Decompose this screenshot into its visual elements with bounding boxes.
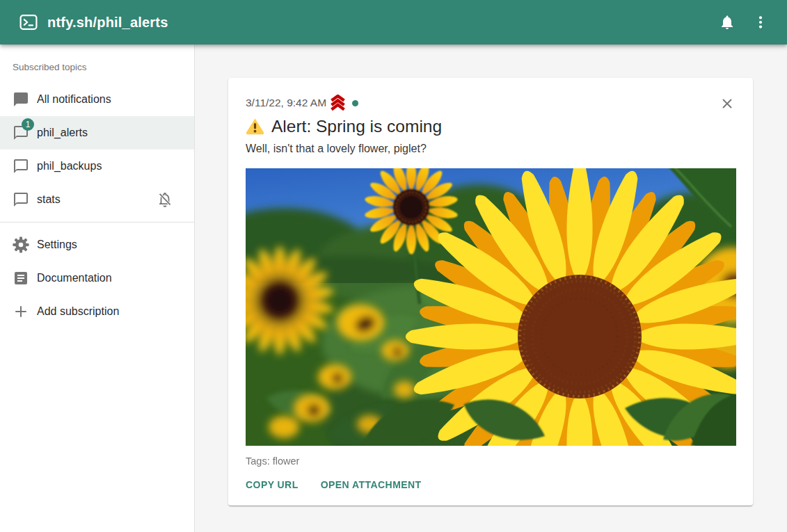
sidebar-item-add-subscription[interactable]: Add subscription [0, 295, 194, 328]
sidebar-item-label: Settings [37, 239, 77, 251]
chat-bubble-filled-icon [13, 91, 29, 108]
sidebar-item-label: Documentation [37, 272, 112, 284]
sidebar-item-stats[interactable]: stats [0, 183, 194, 216]
notification-title: Alert: Spring is coming [271, 115, 442, 138]
chat-bubble-outline-icon [13, 191, 29, 208]
subscribed-topics-label: Subscribed topics [0, 45, 194, 83]
notifications-bell-button[interactable] [710, 6, 744, 39]
article-icon [13, 270, 29, 287]
main-content: 3/11/22, 9:42 AM [196, 45, 787, 532]
close-icon [720, 96, 735, 111]
app-bar: ntfy.sh/phil_alerts [0, 0, 787, 45]
unread-dot-icon [352, 100, 358, 106]
unread-count-badge: 1 [22, 118, 34, 131]
sidebar-item-settings[interactable]: Settings [0, 228, 194, 261]
priority-high-icon [330, 95, 346, 111]
sidebar: Subscribed topics All notifications 1 ph… [0, 45, 195, 532]
kebab-menu-icon [752, 14, 769, 31]
page-title: ntfy.sh/phil_alerts [47, 15, 710, 31]
copy-url-button[interactable]: COPY URL [240, 474, 304, 496]
kebab-menu-button[interactable] [744, 6, 777, 39]
plus-icon [13, 303, 29, 320]
sidebar-item-label: phil_backups [37, 160, 102, 172]
gear-icon [13, 236, 29, 253]
open-attachment-button[interactable]: OPEN ATTACHMENT [315, 474, 427, 496]
notification-card: 3/11/22, 9:42 AM [228, 78, 753, 506]
sidebar-item-phil-alerts[interactable]: 1 phil_alerts [0, 116, 194, 150]
sidebar-item-label: stats [37, 193, 61, 206]
sidebar-item-phil-backups[interactable]: phil_backups [0, 150, 194, 183]
notification-tags: Tags: flower [246, 454, 736, 468]
notification-body: Well, isn't that a lovely flower, piglet… [246, 140, 736, 157]
notifications-muted-icon [157, 191, 173, 208]
notification-timestamp: 3/11/22, 9:42 AM [246, 95, 326, 111]
sidebar-item-all-notifications[interactable]: All notifications [0, 83, 194, 116]
close-notification-button[interactable] [718, 95, 736, 113]
terminal-icon [19, 13, 38, 31]
notifications-bell-icon [719, 14, 736, 31]
sidebar-divider [0, 222, 194, 223]
ntfy-app: ntfy.sh/phil_alerts Subscribed topics [0, 0, 787, 532]
attachment-image[interactable] [246, 168, 736, 446]
sidebar-item-label: All notifications [37, 93, 111, 106]
warning-sign-emoji-icon [246, 118, 264, 135]
notification-actions: COPY URL OPEN ATTACHMENT [240, 474, 736, 496]
chat-bubble-outline-icon [13, 158, 29, 175]
notification-meta-row: 3/11/22, 9:42 AM [246, 95, 736, 111]
notification-title-row: Alert: Spring is coming [246, 115, 736, 138]
sidebar-item-label: phil_alerts [37, 127, 88, 139]
chat-bubble-outline-icon: 1 [13, 124, 29, 141]
sidebar-item-label: Add subscription [37, 305, 119, 318]
sidebar-item-documentation[interactable]: Documentation [0, 261, 194, 295]
